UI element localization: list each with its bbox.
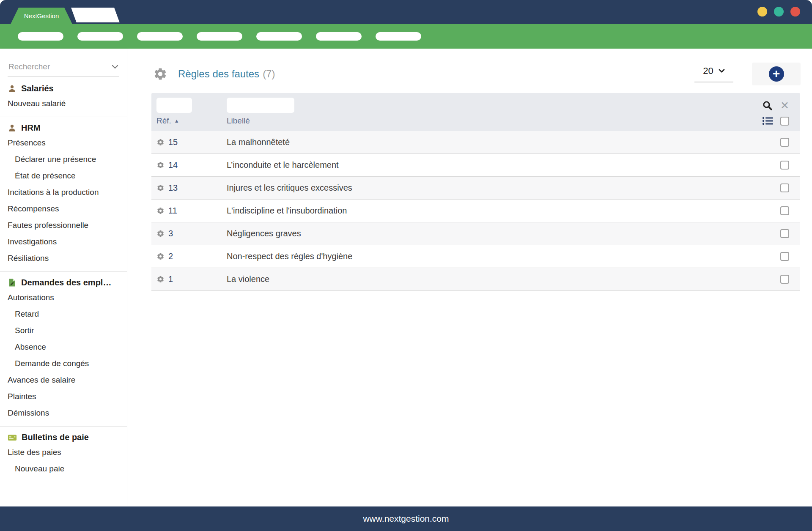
row-checkbox[interactable]: [780, 229, 789, 238]
list-view-icon[interactable]: [762, 116, 774, 126]
column-header-ref[interactable]: Réf. ▲: [156, 116, 227, 126]
sidebar-section-header[interactable]: Salariés: [0, 79, 127, 95]
sidebar-item[interactable]: Demande de congés: [0, 355, 127, 372]
row-checkbox[interactable]: [780, 252, 789, 261]
row-label: Injures et les critiques excessives: [227, 183, 780, 193]
sidebar-item[interactable]: Avances de salaire: [0, 372, 127, 388]
nav-pill[interactable]: [197, 32, 242, 41]
nav-pill[interactable]: [77, 32, 123, 41]
row-gear-icon[interactable]: [156, 161, 165, 169]
clear-filter-icon[interactable]: ✕: [780, 100, 789, 111]
sidebar-item[interactable]: Présences: [0, 134, 127, 151]
sidebar-section-title: Demandes des empl…: [21, 278, 111, 287]
sidebar-item[interactable]: Absence: [0, 339, 127, 355]
column-header-row: Réf. ▲ Libellé: [151, 115, 800, 131]
sidebar-item[interactable]: Nouveau salarié: [0, 95, 127, 112]
row-gear-icon[interactable]: [156, 184, 165, 192]
row-checkbox[interactable]: [780, 138, 789, 147]
sidebar-item[interactable]: Incitations à la production: [0, 184, 127, 200]
row-gear-icon[interactable]: [156, 252, 165, 260]
sidebar-item[interactable]: Nouveau paie: [0, 460, 127, 477]
row-gear-icon[interactable]: [156, 230, 165, 238]
sidebar-section-header[interactable]: HRM: [0, 119, 127, 134]
sidebar-item[interactable]: Déclarer une présence: [0, 151, 127, 167]
chevron-down-icon: [112, 65, 118, 69]
sidebar-item[interactable]: État de présence: [0, 167, 127, 184]
row-ref: 2: [168, 252, 173, 261]
sidebar-item[interactable]: Investigations: [0, 233, 127, 250]
sidebar-section-title: HRM: [21, 123, 41, 133]
nav-pill[interactable]: [316, 32, 362, 41]
sidebar-section-title: Bulletins de paie: [22, 432, 89, 442]
sidebar-divider: [0, 117, 127, 117]
close-dot-icon[interactable]: [790, 7, 800, 16]
page-body: Rechercher Salariés Nouveau salarié HRM …: [0, 49, 812, 506]
sort-asc-icon: ▲: [174, 118, 179, 124]
row-ref: 15: [168, 137, 178, 147]
row-checkbox[interactable]: [780, 161, 789, 170]
sidebar-item[interactable]: Autorisations: [0, 289, 127, 306]
row-gear-icon[interactable]: [156, 138, 165, 146]
sidebar-item[interactable]: Fautes professionnelle: [0, 217, 127, 233]
sidebar-item[interactable]: Retard: [0, 306, 127, 322]
row-ref: 1: [168, 274, 173, 284]
sidebar-section-header[interactable]: Demandes des empl…: [0, 274, 127, 289]
nav-pill[interactable]: [376, 32, 421, 41]
table-row[interactable]: 15 La malhonnêteté: [151, 131, 800, 154]
add-button[interactable]: +: [752, 63, 801, 85]
table-header: ✕ Réf. ▲ Libellé: [151, 93, 800, 131]
nav-pill[interactable]: [137, 32, 183, 41]
row-label: La violence: [227, 274, 780, 284]
sidebar-divider: [0, 271, 127, 272]
ref-filter-input[interactable]: [156, 98, 192, 113]
nav-pill[interactable]: [256, 32, 302, 41]
sidebar-item[interactable]: Résiliations: [0, 250, 127, 266]
sidebar-section-header[interactable]: Bulletins de paie: [0, 428, 127, 444]
libelle-filter-input[interactable]: [227, 98, 294, 113]
titlebar: NextGestion: [0, 0, 812, 24]
table-row[interactable]: 3 Négligences graves: [151, 222, 800, 245]
sidebar-item[interactable]: Démissions: [0, 405, 127, 421]
window-controls: [757, 7, 800, 16]
row-checkbox[interactable]: [780, 275, 789, 284]
sidebar-section-title: Salariés: [21, 84, 54, 93]
nav-pill[interactable]: [18, 32, 63, 41]
chevron-down-icon: [719, 69, 725, 73]
row-checkbox[interactable]: [780, 183, 789, 192]
row-gear-icon[interactable]: [156, 207, 165, 215]
footer-url[interactable]: www.nextgestion.com: [363, 514, 449, 524]
sidebar-divider: [0, 426, 127, 427]
sidebar-item[interactable]: Plaintes: [0, 388, 127, 405]
row-ref: 13: [168, 183, 178, 193]
request-document-icon: [8, 278, 16, 287]
row-label: L'indiscipline et l'insubordination: [227, 206, 780, 216]
search-icon[interactable]: [762, 100, 773, 111]
sidebar-item[interactable]: Liste des paies: [0, 444, 127, 460]
page-size-select[interactable]: 20: [694, 66, 733, 82]
brand-tab[interactable]: NextGestion: [11, 8, 72, 24]
content-header: Règles des fautes(7) 20 +: [127, 49, 812, 93]
sidebar: Rechercher Salariés Nouveau salarié HRM …: [0, 49, 127, 506]
row-ref: 11: [168, 206, 177, 216]
row-ref: 14: [168, 160, 178, 170]
row-gear-icon[interactable]: [156, 275, 165, 283]
maximize-dot-icon[interactable]: [774, 7, 784, 16]
select-all-checkbox[interactable]: [780, 117, 789, 126]
settings-gear-icon[interactable]: [153, 67, 167, 81]
minimize-dot-icon[interactable]: [757, 7, 767, 16]
sidebar-item[interactable]: Sortir: [0, 322, 127, 339]
table-row[interactable]: 11 L'indiscipline et l'insubordination: [151, 200, 800, 222]
table-row[interactable]: 2 Non-respect des règles d'hygiène: [151, 245, 800, 268]
person-icon: [8, 123, 16, 132]
sidebar-search-select[interactable]: Rechercher: [8, 59, 119, 77]
blank-tab[interactable]: [71, 8, 120, 22]
row-checkbox[interactable]: [780, 206, 789, 215]
row-label: L’inconduite et le harcèlement: [227, 160, 780, 170]
sidebar-section: Demandes des empl… AutorisationsRetardSo…: [0, 271, 127, 421]
table-row[interactable]: 14 L’inconduite et le harcèlement: [151, 154, 800, 177]
sidebar-item[interactable]: Récompenses: [0, 200, 127, 217]
footer: www.nextgestion.com: [0, 506, 812, 531]
table-row[interactable]: 1 La violence: [151, 268, 800, 291]
column-header-libelle[interactable]: Libellé: [227, 116, 762, 126]
table-row[interactable]: 13 Injures et les critiques excessives: [151, 177, 800, 200]
